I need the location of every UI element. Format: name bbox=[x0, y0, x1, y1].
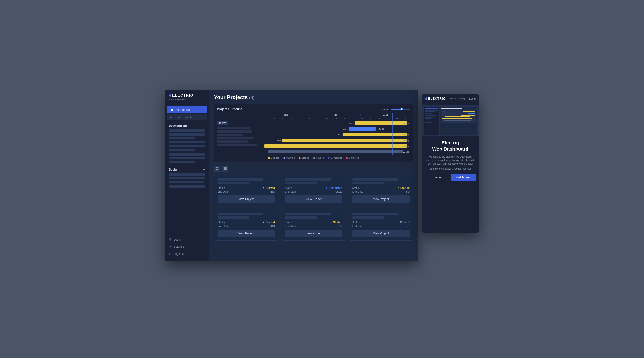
sidebar-item-learn[interactable]: Learn bbox=[165, 236, 209, 243]
sidebar-dev-item-8[interactable] bbox=[169, 157, 205, 159]
gantt-bar-5 bbox=[264, 144, 408, 148]
sidebar-dev-item-2[interactable] bbox=[169, 133, 205, 136]
svg-rect-9 bbox=[217, 167, 218, 168]
collapse-development[interactable]: − bbox=[203, 124, 205, 128]
card-3-subtitle bbox=[352, 182, 384, 184]
search-bar[interactable]: Search Projects... bbox=[167, 114, 207, 120]
svg-rect-3 bbox=[172, 110, 174, 111]
project-cards-grid: Status Started End Date TBD View Project bbox=[214, 175, 413, 241]
card-5-status-value: Started bbox=[330, 221, 342, 224]
zoom-slider-thumb bbox=[400, 108, 403, 110]
gantt-bar-3 bbox=[343, 133, 407, 136]
bar-end-3: Ongoing bbox=[402, 134, 409, 136]
title-text: Your Projects bbox=[214, 94, 248, 100]
sidebar-dev-item-9[interactable] bbox=[169, 161, 195, 163]
card-3-date-row: End Date TBD bbox=[352, 190, 410, 193]
card-5-status-label: Status bbox=[285, 221, 292, 224]
list-view-icon bbox=[224, 167, 227, 170]
svg-marker-17 bbox=[398, 187, 399, 189]
list-view-button[interactable] bbox=[222, 166, 228, 172]
panel-get-access-button[interactable]: Get Access bbox=[451, 174, 476, 181]
logo-dot bbox=[169, 94, 171, 97]
bar-label-4: Jun 9 bbox=[277, 139, 282, 142]
ss-item-6 bbox=[424, 118, 431, 119]
logout-label: Log Out bbox=[174, 252, 184, 256]
search-placeholder: Search Projects... bbox=[174, 116, 194, 119]
view-project-btn-5[interactable]: View Project bbox=[285, 230, 342, 237]
ss-card-3 bbox=[465, 124, 476, 128]
project-card-1: Status Started End Date TBD View Project bbox=[214, 175, 278, 206]
gantt-bar-1 bbox=[355, 122, 407, 125]
zoom-slider[interactable] bbox=[391, 109, 410, 110]
zoom-label: Zoom: bbox=[382, 108, 389, 111]
card-6-status-label: Status bbox=[352, 221, 360, 224]
card-1-status-text: Started bbox=[266, 186, 275, 189]
sidebar-dev-item-1[interactable] bbox=[169, 129, 205, 132]
section-label-design: Design bbox=[169, 168, 178, 171]
ss-bar-blue-1 bbox=[468, 113, 475, 114]
card-3-date-label: End Date bbox=[352, 190, 363, 193]
view-project-btn-2[interactable]: View Project bbox=[285, 195, 342, 203]
svg-rect-2 bbox=[171, 110, 172, 111]
view-project-btn-6[interactable]: View Project bbox=[352, 230, 410, 237]
row-label-2 bbox=[217, 130, 252, 133]
sidebar-logo: ELECTRIQ A DRINKS Company bbox=[165, 93, 209, 104]
legend-planned: Planned bbox=[283, 157, 295, 159]
learn-label: Learn bbox=[174, 238, 181, 241]
card-2-status-label: Status bbox=[285, 186, 292, 189]
panel-login-button[interactable]: Login bbox=[425, 174, 449, 181]
ss-bar-row-3 bbox=[442, 115, 475, 116]
sidebar-dev-item-4[interactable] bbox=[169, 141, 205, 143]
sidebar-dev-item-5[interactable] bbox=[169, 145, 205, 147]
row-label-5 bbox=[217, 140, 248, 143]
sidebar-design-item-1[interactable] bbox=[169, 173, 205, 176]
svg-rect-21 bbox=[398, 221, 399, 223]
sidebar-dev-item-6[interactable] bbox=[169, 149, 195, 151]
learn-icon bbox=[169, 238, 172, 241]
ss-bar-yellow-1 bbox=[463, 111, 475, 112]
zoom-control[interactable]: Zoom: bbox=[382, 108, 410, 111]
bar-end-2: Jul 29 bbox=[379, 128, 384, 130]
view-project-btn-3[interactable]: View Project bbox=[352, 195, 410, 203]
card-2-subtitle bbox=[285, 182, 316, 184]
card-3-date-value: TBD bbox=[404, 190, 410, 193]
card-1-status-value: Started bbox=[263, 186, 275, 189]
legend-dot-canceled bbox=[346, 157, 348, 159]
panel-header-login-link[interactable]: Login bbox=[469, 97, 476, 100]
legend-completed: Completed bbox=[328, 157, 342, 159]
card-5-subtitle bbox=[285, 216, 316, 219]
timeline-header: Projects Timeline Zoom: bbox=[217, 107, 410, 111]
sidebar-design-item-3[interactable] bbox=[169, 181, 204, 183]
card-2-date-value: 7/29/22 bbox=[334, 190, 342, 193]
panel-body: ElectriqWeb Dashboard Welcome to the Ele… bbox=[422, 136, 479, 233]
gantt-row-3: Jul 15 Ongoing bbox=[261, 132, 410, 138]
sidebar-design-item-2[interactable] bbox=[169, 177, 205, 179]
bar-end-4: Ongoing bbox=[402, 139, 409, 142]
card-3-status-value: Started bbox=[398, 186, 410, 189]
section-header-design: Design − bbox=[165, 166, 209, 173]
sidebar-item-logout[interactable]: Log Out bbox=[165, 250, 209, 257]
today-button[interactable]: Today bbox=[217, 121, 228, 125]
grid-view-button[interactable] bbox=[214, 166, 220, 172]
panel-logo-sub: A DRINKS Company bbox=[450, 98, 465, 99]
panel-header: ELECTRIQ A DRINKS Company Login bbox=[422, 94, 479, 103]
sidebar-design-item-4[interactable] bbox=[169, 185, 205, 188]
ss-bar-yellow-2 bbox=[461, 115, 475, 116]
legend-label-completed: Completed bbox=[330, 157, 342, 159]
row-label-1 bbox=[217, 127, 250, 129]
view-project-btn-1[interactable]: View Project bbox=[218, 195, 275, 203]
legend-label-paused: Paused bbox=[316, 157, 324, 159]
main-content: Your Projects (6) Projects Timeline Zoom… bbox=[209, 90, 418, 261]
view-project-btn-4[interactable]: View Project bbox=[218, 230, 275, 237]
card-6-date-row: End Date TBD bbox=[352, 225, 410, 227]
d8b: 8 bbox=[375, 117, 384, 120]
sidebar-dev-item-3[interactable] bbox=[169, 137, 195, 139]
sidebar-item-all-projects[interactable]: All Projects bbox=[167, 106, 207, 113]
sidebar-item-settings[interactable]: Settings bbox=[165, 243, 209, 250]
collapse-design[interactable]: − bbox=[203, 168, 205, 172]
d20a: 20 bbox=[340, 117, 349, 120]
sidebar-dev-item-7[interactable] bbox=[169, 153, 205, 156]
d12a: 12 bbox=[322, 117, 331, 120]
panel-logo: ELECTRIQ bbox=[425, 97, 446, 100]
panel-cta: Login or click below to request access! bbox=[430, 168, 470, 170]
